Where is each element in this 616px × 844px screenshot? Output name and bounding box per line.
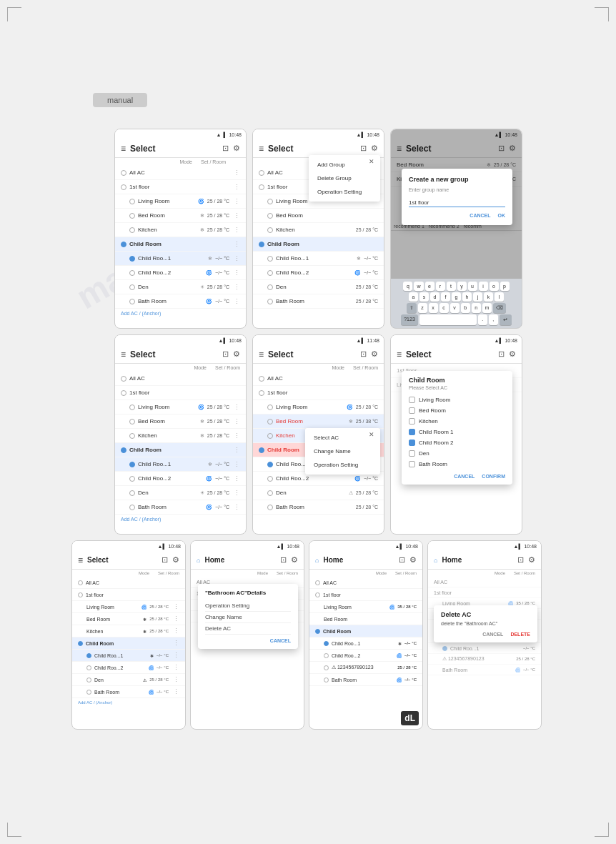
p5-1st[interactable]: 1st floor (253, 386, 384, 400)
list-item2-bed[interactable]: Bed Room (253, 209, 384, 223)
p7-bath[interactable]: Bath Room 🌀 −/− °C ⋮ (72, 686, 185, 698)
p9-1st[interactable]: 1st floor (309, 589, 422, 601)
p4-add-ac[interactable]: Add AC / (Anchor) (115, 515, 246, 524)
list-item-den[interactable]: Den ☀ 25 / 28 °C ⋮ (115, 280, 246, 294)
list-item2-den[interactable]: Den 25 / 28 °C (253, 280, 384, 294)
kb-g[interactable]: g (452, 292, 461, 302)
p4-child1[interactable]: Child Roo...1 ❄ −/− °C ⋮ (115, 457, 246, 472)
p7-child1[interactable]: Child Roo...1 ❄ −/− °C ⋮ (72, 650, 185, 662)
list-item-living-room[interactable]: Living Room 🌀 25 / 28 °C ⋮ (115, 194, 246, 209)
list-item2-kitchen[interactable]: Kitchen 25 / 28 °C (253, 223, 384, 237)
p4-kitchen[interactable]: Kitchen ❄ 25 / 28 °C ⋮ (115, 429, 246, 443)
p9-all[interactable]: All AC (309, 577, 422, 589)
copy-icon-1[interactable]: ⊡ (222, 144, 229, 153)
copy-icon-2[interactable]: ⊡ (360, 144, 367, 153)
settings-icon-7[interactable]: ⚙ (172, 555, 179, 565)
list-item-child-room[interactable]: Child Room ⋮ (115, 237, 246, 252)
copy-icon-5[interactable]: ⊡ (360, 349, 367, 359)
dialog-ok[interactable]: OK (498, 213, 506, 218)
delete-confirm[interactable]: DELETE (510, 632, 530, 637)
select-ac-cancel[interactable]: CANCEL (454, 474, 475, 479)
p7-add-ac[interactable]: Add AC / (Anchor) (72, 698, 185, 707)
p5-den[interactable]: Den ⚠ 25 / 28 °C (253, 486, 384, 500)
kb-space[interactable] (419, 314, 477, 325)
detail-change-name[interactable]: Change Name (205, 612, 291, 623)
kb-y[interactable]: y (457, 282, 467, 291)
kb-s[interactable]: s (419, 292, 429, 302)
kb-period[interactable]: . (478, 314, 487, 325)
chk-bed[interactable]: Bed Room (409, 405, 505, 416)
p9-den[interactable]: ⚠ 1234567890123 25 / 28 °C (309, 662, 422, 674)
dropdown-delete-group[interactable]: Delete Group (309, 172, 380, 185)
p5-all-ac[interactable]: All AC (253, 372, 384, 386)
kb-h[interactable]: h (462, 292, 472, 302)
kb-i[interactable]: i (479, 282, 488, 291)
kb-backspace[interactable]: ⌫ (493, 303, 506, 313)
kb-a[interactable]: a (409, 292, 418, 302)
settings-icon-4[interactable]: ⚙ (233, 349, 240, 359)
p4-1st[interactable]: 1st floor (115, 386, 246, 400)
chk-den[interactable]: Den (409, 448, 505, 459)
copy-icon-7[interactable]: ⊡ (162, 555, 168, 565)
detail-cancel[interactable]: CANCEL (205, 638, 291, 643)
p7-kitchen[interactable]: Kitchen ❄ 25 / 28 °C ⋮ (72, 625, 185, 637)
kb-x[interactable]: x (429, 303, 438, 313)
list-item-kitchen[interactable]: Kitchen ❄ 25 / 28 °C ⋮ (115, 223, 246, 237)
copy-icon-6[interactable]: ⊡ (498, 349, 505, 359)
kb-u[interactable]: u (468, 282, 477, 291)
menu-icon-2[interactable]: ≡ (259, 144, 264, 154)
dialog-cancel[interactable]: CANCEL (470, 213, 490, 218)
list-item-all-ac[interactable]: All AC ⋮ (115, 166, 246, 180)
kb-b[interactable]: b (461, 303, 470, 313)
kb-o[interactable]: o (490, 282, 499, 291)
p9-child2[interactable]: Child Roo...2 🌀 −/− °C (309, 650, 422, 662)
p7-1st[interactable]: 1st floor (72, 589, 185, 601)
kb-l[interactable]: l (495, 292, 504, 302)
p9-living[interactable]: Living Room 🌀 35 / 28 °C (309, 601, 422, 613)
kb-shift[interactable]: ⇧ (407, 303, 417, 313)
kb-q[interactable]: q (403, 282, 412, 291)
kb-j[interactable]: j (473, 292, 482, 302)
list-item2-child1[interactable]: Child Roo...1 ❄ −/− °C (253, 252, 384, 266)
p4-bed[interactable]: Bed Room ❄ 25 / 28 °C ⋮ (115, 414, 246, 429)
p7-child2[interactable]: Child Roo...2 🌀 −/− °C ⋮ (72, 662, 185, 674)
add-ac[interactable]: Add AC / (Anchor) (115, 309, 246, 318)
p7-bed[interactable]: Bed Room ❄ 25 / 28 °C ⋮ (72, 613, 185, 625)
chk-child2[interactable]: Child Room 2 (409, 437, 505, 448)
operation-setting-btn[interactable]: Operation Setting (305, 458, 380, 472)
list-item-bed-room[interactable]: Bed Room ❄ 25 / 28 °C ⋮ (115, 209, 246, 223)
p4-child2[interactable]: Child Roo...2 🌀 −/− °C ⋮ (115, 472, 246, 486)
p4-den[interactable]: Den ☀ 25 / 28 °C ⋮ (115, 486, 246, 500)
kb-r[interactable]: r (436, 282, 445, 291)
p5-bed[interactable]: Bed Room ❄ 25 / 38 °C (253, 414, 384, 429)
p4-child[interactable]: Child Room ⋮ (115, 443, 246, 457)
kb-k[interactable]: k (484, 292, 493, 302)
copy-icon-4[interactable]: ⊡ (222, 349, 229, 359)
kb-t[interactable]: t (447, 282, 456, 291)
chk-bath[interactable]: Bath Room (409, 459, 505, 470)
kb-enter[interactable]: ↵ (500, 314, 512, 325)
kb-f[interactable]: f (441, 292, 450, 302)
select-ac-confirm[interactable]: CONFIRM (482, 474, 505, 479)
p4-all-ac[interactable]: All AC (115, 372, 246, 386)
p9-child1[interactable]: Child Roo...1 ❄ −/− °C (309, 637, 422, 650)
dropdown-operation-setting[interactable]: Operation Setting (309, 185, 380, 199)
p9-child[interactable]: Child Room (309, 625, 422, 637)
menu-icon-1[interactable]: ≡ (121, 144, 126, 154)
p5-bath[interactable]: Bath Room 25 / 28 °C (253, 500, 384, 515)
kb-z[interactable]: z (418, 303, 427, 313)
kb-w[interactable]: w (414, 282, 423, 291)
group-name-input[interactable] (409, 199, 505, 207)
detail-op-setting[interactable]: Operation Setting (205, 600, 291, 612)
list-item2-bath[interactable]: Bath Room 25 / 28 °C (253, 294, 384, 309)
list-item-child-room-1[interactable]: Child Roo...1 ❄ −/− °C ⋮ (115, 252, 246, 266)
p9-bath[interactable]: Bath Room 🌀 −/− °C (309, 674, 422, 686)
list-item-1st-floor[interactable]: 1st floor ⋮ (115, 180, 246, 194)
dropdown-close[interactable]: ✕ (369, 158, 374, 165)
p7-den[interactable]: Den ⚠ 25 / 28 °C ⋮ (72, 674, 185, 686)
settings-icon-2[interactable]: ⚙ (371, 144, 378, 153)
chk-kitchen[interactable]: Kitchen (409, 416, 505, 427)
kb-c[interactable]: c (439, 303, 449, 313)
chk-child1[interactable]: Child Room 1 (409, 427, 505, 437)
kb-d[interactable]: d (430, 292, 439, 302)
